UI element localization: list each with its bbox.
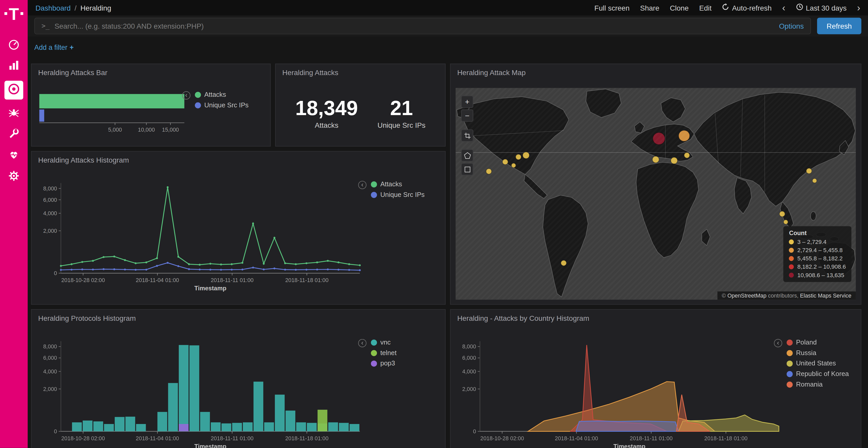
legend-label: United States: [796, 359, 836, 367]
x-tick-label: 10,000: [138, 127, 155, 133]
series-unique-src-ips-point: [146, 269, 147, 271]
attack-point[interactable]: [523, 152, 529, 159]
attack-point[interactable]: [783, 220, 788, 224]
full-screen-button[interactable]: Full screen: [594, 4, 629, 12]
search-box[interactable]: >_ Options: [34, 18, 811, 34]
series-unique-src-ips-point: [306, 269, 307, 271]
attack-point[interactable]: [486, 169, 492, 174]
legend-toggle-icon[interactable]: ‹: [182, 91, 190, 100]
x-tick-label: 2018-10-28 02:00: [480, 435, 524, 442]
query-options-link[interactable]: Options: [779, 22, 804, 30]
legend-item[interactable]: Russia: [786, 349, 858, 357]
attack-point[interactable]: [684, 152, 689, 158]
legend-label: Russia: [796, 349, 816, 357]
map-legend-row: 3 – 2,729.4: [789, 238, 846, 245]
crop-icon: [464, 132, 471, 139]
attack-point[interactable]: [679, 130, 690, 141]
sidebar-item-heralding-active[interactable]: [4, 81, 23, 100]
series-unique-src-ips-point: [102, 268, 104, 270]
series-attacks-point: [146, 262, 147, 263]
series-vnc-bar: [189, 345, 199, 431]
series-attacks-point: [124, 259, 126, 261]
attack-point[interactable]: [653, 133, 665, 145]
series-republic-of-korea-area: [576, 421, 679, 431]
legend-item[interactable]: Attacks: [195, 91, 249, 98]
legend-toggle-icon[interactable]: ‹: [358, 339, 366, 347]
legend-item[interactable]: Unique Src IPs: [195, 101, 249, 109]
series-attacks-point: [178, 256, 179, 257]
legend-color-dot: [371, 181, 377, 187]
series-vnc-bar: [136, 424, 146, 431]
legend-item[interactable]: pop3: [371, 359, 442, 367]
panel-heralding-protocols-histogram: Heralding Protocols Histogram 02,0004,00…: [31, 309, 445, 448]
series-unique-src-ips-point: [263, 268, 265, 270]
attack-point[interactable]: [806, 168, 812, 174]
logo-t: T: [9, 7, 19, 22]
map-legend-dot: [789, 264, 794, 269]
legend-item[interactable]: Poland: [786, 338, 858, 346]
attack-point[interactable]: [652, 156, 659, 163]
osm-attribution-link[interactable]: OpenStreetMap: [727, 292, 767, 299]
y-tick-label: 6,000: [43, 355, 57, 361]
telekom-logo[interactable]: T: [0, 0, 28, 34]
sidebar-item-spiderfoot[interactable]: [7, 107, 21, 120]
world-map[interactable]: + − Count 3 – 2,729.42,729.4 – 5,455.85,…: [456, 88, 856, 300]
series-attacks-point: [102, 256, 104, 258]
legend-item[interactable]: United States: [786, 359, 858, 367]
legend-item[interactable]: Attacks: [371, 180, 442, 188]
legend-color-dot: [371, 339, 377, 346]
map-zoom-in-button[interactable]: +: [461, 96, 473, 108]
attack-point[interactable]: [812, 179, 817, 183]
legend-item[interactable]: telnet: [371, 349, 442, 357]
x-tick-label: 2018-11-18 01:00: [285, 277, 329, 283]
y-tick-label: 2,000: [43, 386, 57, 392]
attack-point[interactable]: [512, 163, 516, 168]
attack-point[interactable]: [671, 157, 678, 164]
chart-legend: ‹vnctelnetpop3: [371, 338, 442, 367]
map-draw-polygon-button[interactable]: [461, 149, 473, 162]
top-navbar: Dashboard / Heralding Full screen Share …: [28, 0, 868, 15]
edit-button[interactable]: Edit: [699, 4, 711, 12]
search-input[interactable]: [55, 22, 774, 30]
map-legend-row: 8,182.2 – 10,908.6: [789, 263, 846, 270]
panel-title: Heralding Protocols Histogram: [32, 310, 445, 327]
series-unique-src-ips-point: [70, 269, 72, 271]
rectangle-icon: [464, 166, 471, 173]
map-draw-rectangle-button[interactable]: [461, 163, 473, 175]
legend-color-dot: [371, 350, 377, 356]
sidebar-item-settings[interactable]: [7, 170, 21, 183]
gear-icon: [8, 170, 20, 184]
legend-item[interactable]: Republic of Korea: [786, 370, 858, 378]
legend-item[interactable]: vnc: [371, 338, 442, 346]
bar-chart-icon: [8, 59, 20, 74]
series-vnc-bar: [168, 383, 178, 431]
refresh-button[interactable]: Refresh: [817, 18, 861, 34]
clone-button[interactable]: Clone: [670, 4, 689, 12]
attack-point[interactable]: [516, 154, 521, 160]
add-filter-link[interactable]: Add a filter+: [34, 44, 74, 51]
y-tick-label: 4,000: [43, 210, 57, 216]
map-fit-data-button[interactable]: [461, 129, 473, 141]
sidebar-item-tools[interactable]: [7, 128, 21, 141]
auto-refresh-button[interactable]: Auto-refresh: [722, 3, 772, 12]
ems-attribution-link[interactable]: Elastic Maps Service: [800, 292, 851, 299]
series-unique-src-ips-point: [156, 265, 158, 267]
time-forward-chevron[interactable]: ›: [857, 3, 860, 12]
series-unique-src-ips-point: [274, 268, 275, 269]
attack-point[interactable]: [779, 211, 785, 217]
time-back-chevron[interactable]: ‹: [782, 3, 785, 12]
sidebar-item-dashboard[interactable]: [7, 39, 21, 52]
sidebar-item-health[interactable]: [7, 149, 21, 163]
map-zoom-out-button[interactable]: −: [461, 109, 473, 122]
legend-item[interactable]: Romania: [786, 380, 858, 388]
breadcrumb-dashboard-link[interactable]: Dashboard: [35, 4, 70, 12]
legend-toggle-icon[interactable]: ‹: [358, 181, 366, 189]
legend-toggle-icon[interactable]: ‹: [774, 339, 782, 347]
time-range-picker[interactable]: Last 30 days: [796, 3, 847, 12]
share-button[interactable]: Share: [640, 4, 659, 12]
attack-point[interactable]: [502, 159, 508, 165]
attack-point[interactable]: [561, 261, 566, 266]
sidebar-item-visualize[interactable]: [7, 60, 21, 73]
legend-item[interactable]: Unique Src IPs: [371, 191, 442, 199]
x-tick-label: 2018-11-04 01:00: [136, 277, 179, 283]
